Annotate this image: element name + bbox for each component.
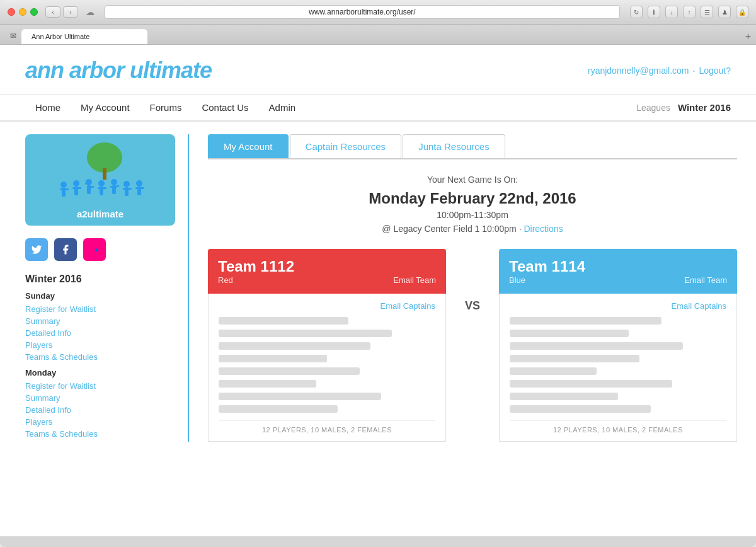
player-row: [219, 355, 327, 362]
svg-rect-9: [77, 187, 81, 189]
tab-my-account[interactable]: My Account: [208, 134, 289, 158]
team-left-email-captains[interactable]: Email Captains: [219, 301, 435, 311]
tabs: My Account Captain Resources Junta Resou…: [208, 134, 737, 159]
player-row: [510, 393, 618, 400]
team-right-stats: 12 PLAYERS, 10 MALES, 2 FEMALES: [510, 420, 726, 434]
sidebar-link-monday-summary[interactable]: Summary: [25, 393, 175, 403]
address-bar[interactable]: www.annarborultimate.org/user/: [105, 5, 620, 19]
main-content: My Account Captain Resources Junta Resou…: [189, 134, 756, 442]
svg-rect-28: [135, 187, 139, 189]
team-right-color: Blue: [509, 275, 525, 285]
sidebar-link-monday-detailed[interactable]: Detailed Info: [25, 405, 175, 415]
minimize-button[interactable]: [19, 8, 26, 16]
leagues-label: Leagues: [636, 103, 670, 113]
twitter-icon[interactable]: [25, 238, 48, 261]
svg-point-14: [98, 180, 105, 187]
cloud-icon: ☁: [86, 7, 94, 17]
traffic-lights: [8, 8, 38, 16]
forward-button[interactable]: ›: [63, 6, 78, 18]
player-row: [219, 367, 360, 375]
directions-link[interactable]: Directions: [524, 224, 563, 234]
nav-forums[interactable]: Forums: [140, 95, 192, 120]
bookmark-button[interactable]: ☰: [701, 6, 713, 18]
header-dot: ·: [693, 66, 696, 76]
svg-rect-8: [72, 187, 76, 189]
tab-title: Ann Arbor Ultimate: [32, 33, 89, 40]
team-right-email-captains[interactable]: Email Captains: [510, 301, 726, 311]
svg-point-22: [123, 181, 130, 187]
browser-titlebar: ‹ › ☁ www.annarborultimate.org/user/ ↻ ℹ…: [0, 0, 756, 25]
player-row: [510, 317, 662, 325]
svg-rect-17: [103, 187, 106, 189]
svg-rect-24: [123, 188, 127, 190]
team-right-name: Team 1114: [509, 258, 585, 275]
game-location: @ Legacy Center Field 1 10:00pm · Direct…: [208, 224, 737, 234]
svg-point-6: [73, 180, 79, 187]
download-button[interactable]: ↓: [665, 6, 678, 18]
main-nav-right: Leagues Winter 2016: [636, 102, 731, 113]
browser-tab[interactable]: Ann Arbor Ultimate: [21, 29, 147, 44]
logo-sub-text: a2ultimate: [35, 209, 165, 219]
sidebar-day-monday: Monday: [25, 368, 175, 377]
player-row: [219, 380, 316, 388]
header-email: ryanjdonnelly@gmail.com: [588, 66, 689, 76]
share-button[interactable]: ↑: [683, 6, 696, 18]
nav-admin[interactable]: Admin: [259, 95, 306, 120]
refresh-button[interactable]: ↻: [630, 6, 643, 18]
tab-captain-resources[interactable]: Captain Resources: [290, 134, 402, 158]
svg-point-2: [60, 181, 67, 188]
sidebar-link-sunday-waitlist[interactable]: Register for Waitlist: [25, 304, 175, 314]
svg-point-0: [87, 142, 122, 173]
season-label: Winter 2016: [678, 102, 731, 113]
flickr-icon[interactable]: ●●: [83, 238, 106, 261]
sidebar-link-sunday-summary[interactable]: Summary: [25, 316, 175, 326]
game-intro: Your Next Game Is On:: [208, 175, 737, 185]
team-right-body: Email Captains 12 PLAYERS, 10 MALES, 2 F…: [499, 294, 737, 442]
team-left-name: Team 1112: [218, 258, 294, 275]
browser-window: ‹ › ☁ www.annarborultimate.org/user/ ↻ ℹ…: [0, 0, 756, 547]
nav-home[interactable]: Home: [25, 95, 71, 120]
svg-rect-25: [128, 188, 132, 190]
svg-rect-13: [90, 186, 94, 188]
player-row: [510, 355, 639, 362]
info-button[interactable]: ℹ: [648, 6, 660, 18]
site-logo-graphic: a2ultimate: [25, 134, 175, 226]
player-row: [510, 342, 683, 350]
sidebar-link-monday-schedules[interactable]: Teams & Schedules: [25, 429, 175, 439]
player-row: [510, 330, 629, 337]
sidebar-link-sunday-detailed[interactable]: Detailed Info: [25, 328, 175, 338]
svg-point-18: [111, 179, 117, 185]
team-left: Team 1112 Red Email Team Email Captains: [208, 249, 446, 442]
maximize-button[interactable]: [30, 8, 38, 16]
close-button[interactable]: [8, 8, 15, 16]
main-nav-left: Home My Account Forums Contact Us Admin: [25, 95, 306, 120]
sidebar-link-sunday-schedules[interactable]: Teams & Schedules: [25, 352, 175, 362]
nav-my-account[interactable]: My Account: [71, 95, 140, 120]
tab-junta-resources[interactable]: Junta Resources: [403, 134, 505, 158]
logout-button[interactable]: Logout?: [699, 66, 731, 76]
player-row: [219, 393, 381, 400]
sidebar: a2ultimate ●● Winter 2016: [0, 134, 189, 442]
sidebar-day-sunday: Sunday: [25, 291, 175, 301]
team-right-email[interactable]: Email Team: [684, 275, 727, 285]
team-left-email[interactable]: Email Team: [393, 275, 436, 285]
sidebar-link-sunday-players[interactable]: Players: [25, 340, 175, 350]
facebook-icon[interactable]: [54, 238, 77, 261]
team-left-color: Red: [218, 275, 233, 285]
extension-button[interactable]: ♟: [718, 6, 731, 18]
nav-buttons: ‹ ›: [45, 6, 78, 18]
svg-rect-5: [65, 188, 69, 190]
player-row: [219, 317, 348, 325]
back-button[interactable]: ‹: [45, 6, 60, 18]
browser-actions: ↻ ℹ ↓ ↑ ☰ ♟ 🔒: [630, 6, 748, 18]
page: ann arbor ultimate ryanjdonnelly@gmail.c…: [0, 45, 756, 536]
header-user: ryanjdonnelly@gmail.com · Logout?: [588, 66, 731, 76]
sidebar-link-monday-waitlist[interactable]: Register for Waitlist: [25, 381, 175, 391]
svg-rect-29: [140, 187, 144, 189]
svg-rect-16: [98, 187, 101, 189]
new-tab-button[interactable]: +: [745, 32, 751, 44]
nav-contact-us[interactable]: Contact Us: [192, 95, 258, 120]
sidebar-link-monday-players[interactable]: Players: [25, 417, 175, 427]
svg-rect-4: [60, 188, 64, 190]
svg-point-26: [136, 180, 142, 187]
